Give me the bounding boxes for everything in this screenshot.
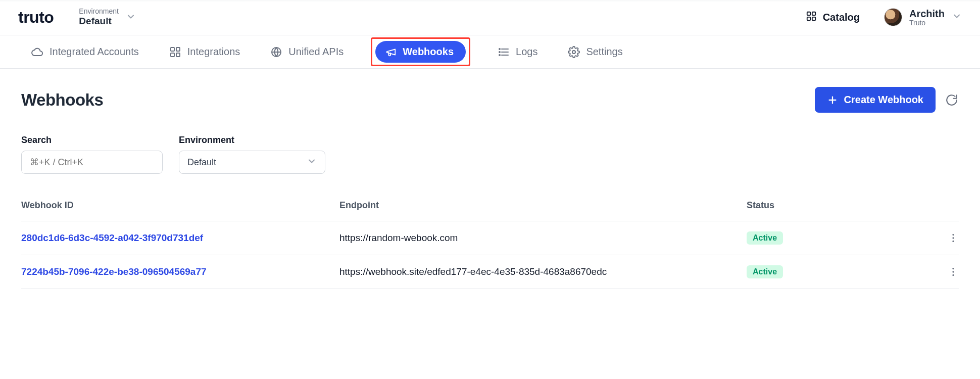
page-title: Webhooks [21,90,103,110]
nav-label: Webhooks [403,46,454,58]
col-endpoint: Endpoint [339,200,747,211]
svg-point-12 [499,49,500,50]
table-header: Webhook ID Endpoint Status [21,190,959,221]
nav-integrated-accounts[interactable]: Integrated Accounts [28,42,142,62]
nav-webhooks-highlight: Webhooks [371,37,470,66]
filters: Search Environment Default [21,135,959,174]
svg-rect-6 [171,53,174,57]
status-badge: Active [747,231,783,245]
svg-rect-4 [171,48,174,51]
refresh-button[interactable] [945,93,959,107]
create-webhook-label: Create Webhook [844,94,923,106]
globe-icon [270,46,282,58]
environment-value: Default [79,16,119,27]
catalog-label: Catalog [823,12,860,23]
user-org: Truto [909,19,945,27]
col-webhook-id: Webhook ID [21,200,339,211]
app-header: truto Environment Default Catalog Archit… [0,0,980,35]
status-badge: Active [747,265,783,278]
svg-point-15 [572,51,575,54]
brand-text: truto [18,8,54,27]
nav-label: Unified APIs [288,46,344,58]
svg-point-23 [952,274,954,276]
environment-filter-select[interactable]: Default [179,151,325,174]
svg-rect-0 [807,12,810,15]
brand-logo[interactable]: truto [18,8,55,27]
gear-icon [568,46,580,58]
dots-vertical-icon [948,266,959,277]
dots-vertical-icon [948,232,959,244]
svg-point-20 [952,241,954,242]
nav-unified-apis[interactable]: Unified APIs [267,42,347,62]
environment-filter-label: Environment [179,135,325,146]
search-input[interactable] [21,151,163,174]
user-name: Archith [909,8,945,19]
environment-label: Environment [79,8,119,15]
catalog-link[interactable]: Catalog [806,11,860,24]
main-nav: Integrated Accounts Integrations Unified… [0,35,980,69]
row-actions-menu[interactable] [928,232,959,244]
svg-rect-5 [176,48,180,51]
table-row: 280dc1d6-6d3c-4592-a042-3f970d731def htt… [21,221,959,255]
cloud-icon [31,46,43,58]
webhook-endpoint: https://webhook.site/edfed177-e4ec-4e35-… [339,266,747,277]
nav-label: Settings [586,46,622,58]
create-webhook-button[interactable]: Create Webhook [815,87,936,113]
nav-label: Logs [516,46,537,58]
webhook-endpoint: https://random-webook.com [339,232,747,244]
environment-filter-value: Default [187,157,216,168]
col-status: Status [747,200,928,211]
apps-icon [169,46,181,58]
chevron-down-icon [952,11,962,23]
search-label: Search [21,135,163,146]
list-icon [498,46,510,58]
webhook-id-link[interactable]: 7224b45b-7096-422e-be38-096504569a77 [21,266,339,277]
chevron-down-icon [307,156,317,169]
nav-webhooks[interactable]: Webhooks [375,41,466,63]
webhooks-table: Webhook ID Endpoint Status 280dc1d6-6d3c… [21,190,959,289]
svg-rect-1 [812,12,815,15]
chevron-down-icon [126,12,136,24]
svg-point-21 [952,268,954,269]
webhook-id-link[interactable]: 280dc1d6-6d3c-4592-a042-3f970d731def [21,232,339,244]
avatar [884,8,902,26]
plus-icon [827,94,838,106]
svg-point-14 [499,55,500,56]
svg-point-22 [952,271,954,272]
nav-logs[interactable]: Logs [495,42,541,62]
svg-point-18 [952,234,954,235]
svg-point-19 [952,237,954,239]
svg-rect-7 [176,53,180,57]
svg-point-13 [499,52,500,53]
nav-integrations[interactable]: Integrations [166,42,243,62]
environment-switcher[interactable]: Environment Default [79,8,136,27]
grid-icon [806,11,817,24]
table-row: 7224b45b-7096-422e-be38-096504569a77 htt… [21,255,959,289]
svg-rect-2 [807,17,810,20]
user-menu[interactable]: Archith Truto [884,8,962,27]
row-actions-menu[interactable] [928,266,959,277]
svg-rect-3 [812,17,815,20]
page-content: Webhooks Create Webhook Search Environme… [0,69,980,289]
refresh-icon [945,93,958,107]
nav-label: Integrated Accounts [50,46,139,58]
nav-settings[interactable]: Settings [565,42,625,62]
megaphone-icon [385,46,397,58]
nav-label: Integrations [187,46,240,58]
